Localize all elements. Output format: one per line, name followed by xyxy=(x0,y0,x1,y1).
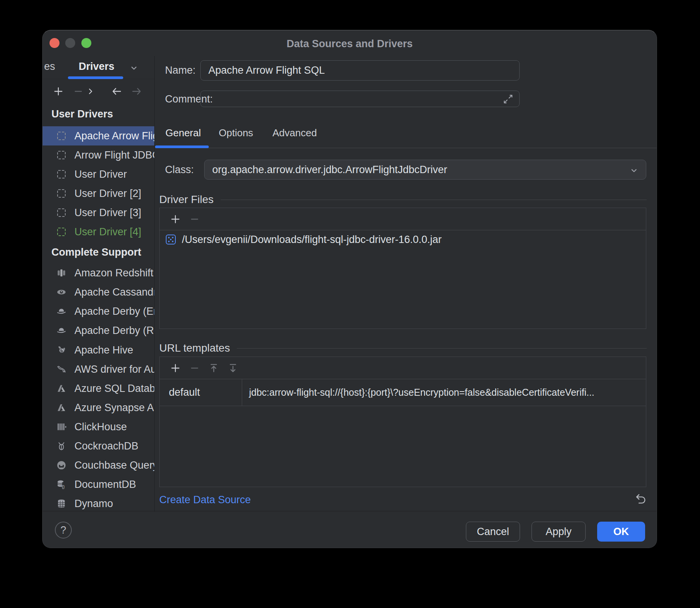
data-sources-dialog: Data Sources and Drivers es Drivers xyxy=(42,30,657,548)
ok-button[interactable]: OK xyxy=(597,522,645,542)
sidebar-item-apache-derby-remote[interactable]: Apache Derby (Remote) xyxy=(43,321,155,340)
name-label: Name: xyxy=(165,64,196,76)
sidebar-item-apache-cassandra[interactable]: Apache Cassandra xyxy=(43,283,155,302)
comment-input[interactable] xyxy=(200,91,520,107)
user-driver-icon xyxy=(56,131,66,141)
sidebar-item-azure-synapse[interactable]: Azure Synapse Analytics xyxy=(43,398,155,417)
title-bar: Data Sources and Drivers xyxy=(43,30,657,56)
sidebar-item-user-driver-2[interactable]: User Driver [2] xyxy=(43,184,155,203)
hive-bee-icon xyxy=(56,345,66,355)
add-template-button[interactable] xyxy=(170,362,181,374)
remove-driver-button[interactable] xyxy=(73,86,84,97)
sidebar-item-cockroachdb[interactable]: CockroachDB xyxy=(43,436,155,456)
sidebar-toolbar xyxy=(43,79,154,103)
sidebar-item-user-driver-4[interactable]: User Driver [4] xyxy=(43,222,155,241)
sidebar-item-azure-sql-database[interactable]: Azure SQL Database xyxy=(43,379,155,398)
active-tab-underline xyxy=(155,145,209,148)
undo-icon[interactable] xyxy=(634,492,647,506)
url-templates-box: default jdbc:arrow-flight-sql://{host}:{… xyxy=(159,357,646,487)
complete-support-header: Complete Support xyxy=(51,246,141,258)
tab-drivers[interactable]: Drivers xyxy=(79,61,114,73)
sidebar-item-arrow-flight-jdbc[interactable]: Arrow Flight JDBC xyxy=(43,145,155,165)
user-driver-icon xyxy=(56,150,66,160)
driver-file-path: /Users/evgenii/Downloads/flight-sql-jdbc… xyxy=(182,234,442,246)
chevron-down-icon xyxy=(629,165,639,175)
tab-general[interactable]: General xyxy=(165,127,201,139)
url-template-row[interactable]: default jdbc:arrow-flight-sql://{host}:{… xyxy=(160,379,646,406)
expand-driver-button[interactable] xyxy=(85,86,96,97)
add-driver-button[interactable] xyxy=(53,86,64,97)
url-template-value: jdbc:arrow-flight-sql://{host}:{port}\?u… xyxy=(242,379,646,406)
class-label: Class: xyxy=(165,164,194,176)
documentdb-icon: {} xyxy=(56,479,66,489)
cockroach-icon xyxy=(56,441,66,451)
sidebar-item-couchbase-query[interactable]: Couchbase Query xyxy=(43,456,155,475)
drivers-sidebar: es Drivers User Drivers xyxy=(43,56,155,512)
chevron-down-icon[interactable] xyxy=(129,63,139,73)
class-dropdown[interactable]: org.apache.arrow.driver.jdbc.ArrowFlight… xyxy=(204,160,646,180)
user-driver-icon xyxy=(56,227,66,237)
cancel-button[interactable]: Cancel xyxy=(466,522,520,542)
window-title: Data Sources and Drivers xyxy=(43,30,657,56)
driver-detail-panel: Name: Apache Arrow Flight SQL Comment: G… xyxy=(155,56,657,512)
remove-template-button[interactable] xyxy=(189,362,200,374)
move-up-icon[interactable] xyxy=(208,362,220,374)
azure-icon xyxy=(56,383,66,393)
driver-files-header: Driver Files xyxy=(159,193,647,206)
user-drivers-header: User Drivers xyxy=(51,108,113,120)
couchbase-icon xyxy=(56,460,66,470)
sidebar-item-apache-hive[interactable]: Apache Hive xyxy=(43,340,155,360)
tab-separator xyxy=(155,148,657,148)
user-driver-icon xyxy=(56,188,66,198)
derby-hat-icon xyxy=(56,306,66,316)
azure-icon xyxy=(56,403,66,413)
sidebar-item-apache-arrow-flight-sql[interactable]: Apache Arrow Flight SQL xyxy=(43,126,155,145)
driver-file-row[interactable]: /Users/evgenii/Downloads/flight-sql-jdbc… xyxy=(160,230,646,249)
add-file-button[interactable] xyxy=(170,213,181,225)
sidebar-item-user-driver[interactable]: User Driver xyxy=(43,165,155,184)
tab-options[interactable]: Options xyxy=(219,127,253,139)
user-driver-icon xyxy=(56,169,66,179)
dynamo-icon xyxy=(56,499,66,509)
url-template-name: default xyxy=(160,379,242,406)
sidebar-item-aws-driver-aurora[interactable]: AWS driver for Aurora MySQL xyxy=(43,360,155,379)
mysql-dolphin-icon xyxy=(56,364,66,374)
tab-data-sources-partial[interactable]: es xyxy=(44,61,55,73)
user-driver-icon xyxy=(56,208,66,218)
redshift-icon xyxy=(56,268,66,278)
move-down-icon[interactable] xyxy=(227,362,239,374)
active-tab-underline xyxy=(68,76,123,79)
sidebar-item-apache-derby-embedded[interactable]: Apache Derby (Embedded) xyxy=(43,302,155,321)
apply-button[interactable]: Apply xyxy=(532,522,586,542)
forward-button[interactable] xyxy=(131,86,142,97)
driver-files-toolbar xyxy=(160,208,646,230)
clickhouse-bars-icon xyxy=(56,422,66,432)
back-button[interactable] xyxy=(111,86,122,97)
driver-files-box: /Users/evgenii/Downloads/flight-sql-jdbc… xyxy=(159,208,646,329)
tab-advanced[interactable]: Advanced xyxy=(272,127,317,139)
jar-file-icon xyxy=(166,235,176,245)
svg-text:{}: {} xyxy=(62,484,65,489)
create-data-source-link[interactable]: Create Data Source xyxy=(159,494,251,506)
expand-editor-icon[interactable] xyxy=(502,93,514,105)
name-input[interactable]: Apache Arrow Flight SQL xyxy=(200,60,520,81)
sidebar-item-user-driver-3[interactable]: User Driver [3] xyxy=(43,203,155,222)
sidebar-item-clickhouse[interactable]: ClickHouse xyxy=(43,417,155,436)
dialog-footer: ? Cancel Apply OK xyxy=(43,511,657,548)
url-templates-toolbar xyxy=(160,357,646,379)
derby-hat-icon xyxy=(56,325,66,335)
remove-file-button[interactable] xyxy=(189,213,200,225)
sidebar-item-amazon-redshift[interactable]: Amazon Redshift xyxy=(43,263,155,283)
sidebar-tab-bar: es Drivers xyxy=(43,56,154,79)
help-button[interactable]: ? xyxy=(55,522,72,539)
url-templates-header: URL templates xyxy=(159,342,647,354)
cassandra-eye-icon xyxy=(56,287,66,297)
sidebar-item-dynamo[interactable]: Dynamo xyxy=(43,494,155,512)
sidebar-item-documentdb[interactable]: {} DocumentDB xyxy=(43,475,155,494)
